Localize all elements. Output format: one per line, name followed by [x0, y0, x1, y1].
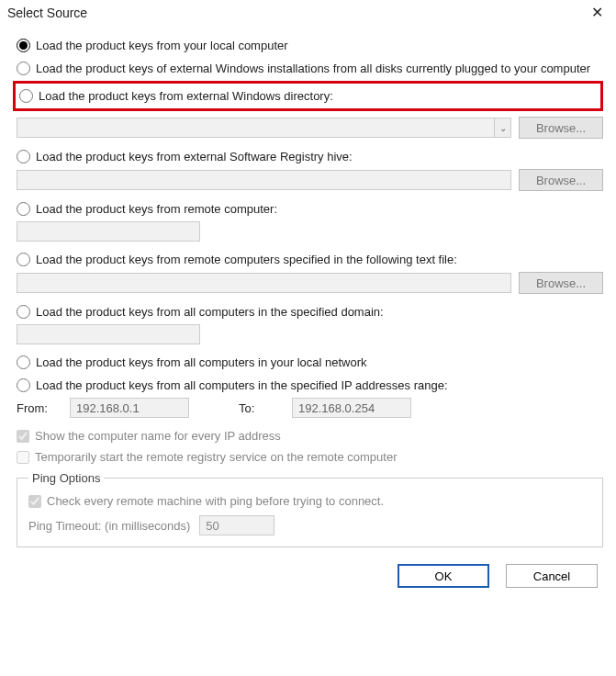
cancel-button[interactable]: Cancel — [506, 564, 598, 588]
radio-remote-computer[interactable] — [17, 202, 30, 216]
check-temp-remote-registry-label: Temporarily start the remote registry se… — [35, 450, 397, 464]
check-ping-before-connect[interactable] — [28, 495, 41, 508]
radio-local-network[interactable] — [17, 355, 30, 369]
check-show-computer-name[interactable] — [17, 430, 29, 443]
domain-input[interactable] — [17, 324, 200, 344]
ping-options-group: Ping Options Check every remote machine … — [17, 471, 603, 547]
check-show-computer-name-label: Show the computer name for every IP addr… — [35, 429, 281, 443]
registry-hive-input[interactable] — [17, 170, 511, 190]
radio-all-disks[interactable] — [17, 62, 30, 75]
external-directory-combo[interactable]: ⌄ — [17, 118, 511, 138]
window-title: Select Source — [7, 6, 87, 20]
chevron-down-icon[interactable]: ⌄ — [494, 118, 510, 137]
radio-registry-hive-label: Load the product keys from external Soft… — [36, 150, 353, 163]
ping-timeout-input[interactable] — [199, 515, 274, 535]
remote-file-input[interactable] — [17, 273, 511, 293]
ip-from-label: From: — [17, 401, 57, 415]
browse-remote-file-button[interactable]: Browse... — [519, 272, 603, 294]
radio-remote-computer-label: Load the product keys from remote comput… — [36, 202, 277, 216]
radio-domain-label: Load the product keys from all computers… — [36, 305, 384, 319]
radio-external-directory[interactable] — [19, 89, 33, 103]
ip-to-label: To: — [239, 401, 279, 415]
radio-local-computer-label: Load the product keys from your local co… — [36, 39, 288, 52]
radio-registry-hive[interactable] — [17, 150, 30, 163]
ip-to-input[interactable] — [292, 398, 411, 418]
external-directory-value — [17, 118, 494, 137]
ping-options-legend: Ping Options — [28, 471, 104, 485]
check-ping-before-connect-label: Check every remote machine with ping bef… — [47, 494, 384, 508]
radio-local-computer[interactable] — [17, 39, 30, 52]
radio-remote-file-label: Load the product keys from remote comput… — [36, 253, 457, 266]
check-temp-remote-registry[interactable] — [17, 451, 29, 464]
radio-ip-range-label: Load the product keys from all computers… — [36, 378, 448, 392]
radio-domain[interactable] — [17, 305, 30, 319]
radio-external-directory-label: Load the product keys from external Wind… — [39, 89, 333, 103]
close-icon[interactable]: ✕ — [588, 6, 607, 20]
radio-local-network-label: Load the product keys from all computers… — [36, 355, 367, 369]
browse-external-directory-button[interactable]: Browse... — [519, 117, 603, 139]
remote-computer-input[interactable] — [17, 221, 200, 242]
highlighted-option: Load the product keys from external Wind… — [13, 81, 603, 111]
ok-button[interactable]: OK — [398, 564, 489, 588]
radio-all-disks-label: Load the product keys of external Window… — [36, 62, 590, 75]
radio-remote-file[interactable] — [17, 253, 30, 266]
browse-registry-hive-button[interactable]: Browse... — [519, 169, 603, 191]
ping-timeout-label: Ping Timeout: (in milliseconds) — [28, 519, 190, 533]
ip-from-input[interactable] — [70, 398, 189, 418]
radio-ip-range[interactable] — [17, 378, 30, 392]
